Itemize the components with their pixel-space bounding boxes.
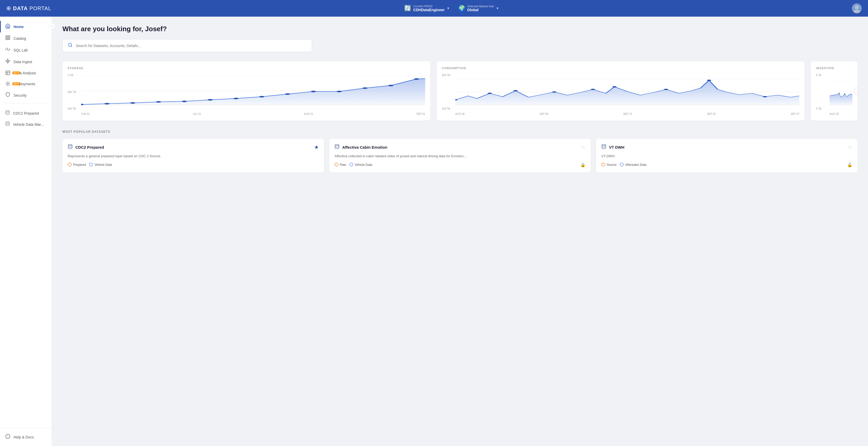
sidebar-item-dataingest[interactable]: Data Ingest [0,56,52,68]
sidebar-divider [4,103,48,103]
svg-rect-3 [8,36,10,37]
svg-point-50 [839,93,840,94]
charts-section: STORAGE 1 PB 800 TB 600 TB [62,61,858,121]
svg-point-12 [6,122,9,123]
tag-source-vtdwh: Source [601,162,617,167]
svg-point-10 [7,83,8,85]
beta-badge-deployments: BETA [12,83,20,85]
star-button-vtdwh[interactable]: ☆ [848,144,852,150]
home-icon [5,23,10,30]
ingestion-y-labels: 6 TB 5 TB [816,74,829,110]
user-avatar[interactable] [852,3,862,13]
search-bar[interactable] [62,39,312,52]
sidebar-nav: Home Catalog SQ [0,17,52,428]
tag-vehicledata-affectiva: Vehicle Data [349,162,372,167]
layer-icon-vtdwh [601,162,606,167]
dataset-card-vtdwh: VT DWH ☆ VT-DWH Source [596,139,858,172]
sidebar-favorite-vehicle[interactable]: Vehicle Data War... [0,119,52,130]
sidebar-item-sqllab[interactable]: SQL Lab [0,44,52,56]
svg-point-56 [602,145,606,146]
sidebar-item-label-catalog: Catalog [13,36,26,40]
sidebar-item-label-security: Security [13,93,27,97]
market-value: Global [467,8,494,12]
dataset-name-cdc2: CDC2 Prepared [75,145,104,150]
dataset-desc-affectiva: Affectiva collected in-cabin labeled vid… [334,154,586,159]
market-label: Selected Market Hub [467,5,494,8]
dataset-card-affectiva: Affectiva Cabin Emotion ☆ Affectiva coll… [329,139,591,172]
logo: ⊕ DATA PORTAL [6,5,51,12]
logo-icon: ⊕ [6,5,11,12]
dataset-card-cdc2prepared: CDC2 Prepared ★ Represents a general pre… [62,139,324,172]
svg-rect-7 [6,71,10,75]
dataset-db-icon-affectiva [334,144,340,151]
svg-point-51 [844,94,845,95]
sidebar-item-deployments[interactable]: BETA Deployments [0,78,52,89]
dataset-db-icon-vtdwh [601,144,607,151]
dataset-header-cdc2: CDC2 Prepared ★ [68,144,319,151]
header: ⊕ DATA PORTAL 🔄 ConVeh PROD CDHDataEngin… [0,0,868,17]
sidebar-item-label-home: Home [13,25,24,29]
svg-rect-5 [8,38,10,40]
catalog-icon [5,35,10,41]
sidebar-favorite-label-vehicle: Vehicle Data War... [13,122,44,127]
svg-point-31 [337,91,342,92]
sidebar-bottom: Help & Docs [0,428,52,446]
main-content: What are you looking for, Josef? STORAGE… [52,17,868,446]
search-input[interactable] [76,44,307,48]
tag-raw: Raw [334,162,346,167]
dataset-db-icon-cdc2 [68,144,73,151]
dataset-header-affectiva: Affectiva Cabin Emotion ☆ [334,144,586,151]
sidebar-item-helpdocs[interactable]: Help & Docs [0,431,52,443]
env-value: CDHDataEngineer [413,8,445,12]
star-button-cdc2[interactable]: ★ [314,144,319,150]
cube-icon-vtdwh [620,162,624,167]
beta-badge-dataanalysis: BETA [12,71,20,74]
svg-point-54 [335,145,339,146]
tag-prepared: Prepared [68,162,86,167]
chart-next-button[interactable]: › [854,87,858,95]
dataset-icon-cdc2 [5,110,10,116]
dataset-tags-affectiva: Raw Vehicle Data 🔒 [334,162,586,167]
sidebar-item-security[interactable]: Security [0,89,52,101]
dataset-desc-vtdwh: VT-DWH [601,154,852,159]
sidebar-item-catalog[interactable]: Catalog [0,32,52,44]
sidebar-item-label-sqllab: SQL Lab [13,48,28,52]
star-button-affectiva[interactable]: ☆ [581,144,586,150]
datasets-grid: CDC2 Prepared ★ Represents a general pre… [62,139,858,172]
svg-rect-2 [6,36,7,37]
consumption-x-labels: AUG 30 SEP 06 SEP 13 SEP 20 SEP 27 [455,113,799,116]
sidebar-favorite-cdc2[interactable]: CDC2 Prepared [0,107,52,119]
cube-icon-cdc2 [89,162,93,167]
header-center: 🔄 ConVeh PROD CDHDataEngineer ▼ 🌍 Select… [404,5,499,12]
market-dropdown[interactable]: 🌍 Selected Market Hub Global ▼ [458,5,499,12]
env-dropdown[interactable]: 🔄 ConVeh PROD CDHDataEngineer ▼ [404,5,450,12]
sidebar-item-label-dataingest: Data Ingest [13,60,32,64]
svg-point-27 [233,98,239,99]
dataset-tags-vtdwh: Source Aftersales Data 🔒 [601,162,852,167]
svg-point-25 [182,101,187,102]
chevron-down-icon: ▼ [447,6,450,10]
sidebar-item-home[interactable]: Home [0,21,52,32]
svg-point-42 [591,89,595,90]
consumption-chart-title: CONSUMPTION [442,67,799,70]
svg-point-28 [259,96,265,97]
svg-point-26 [208,99,213,101]
refresh-icon: 🔄 [404,5,411,12]
dataanalysis-icon [5,71,10,76]
sqllab-icon [5,47,10,53]
cube-icon-affectiva [349,162,353,167]
svg-point-22 [104,103,110,104]
lock-icon-affectiva: 🔒 [580,162,586,167]
storage-chart-inner [81,74,425,110]
dataingest-icon [5,59,10,65]
sidebar-item-dataanalysis[interactable]: BETA Data Analysis [0,68,52,78]
consumption-chart-inner [455,74,799,110]
svg-point-40 [513,90,518,92]
svg-marker-57 [601,163,605,166]
sidebar-favorites: CDC2 Prepared Vehicle Data War... [0,105,52,132]
ingestion-chart-inner [830,74,852,110]
svg-point-11 [6,111,9,112]
storage-y-labels: 1 PB 800 TB 600 TB [68,74,80,110]
svg-point-34 [414,78,419,80]
ingestion-chart-area: 6 TB 5 TB [816,74,852,116]
